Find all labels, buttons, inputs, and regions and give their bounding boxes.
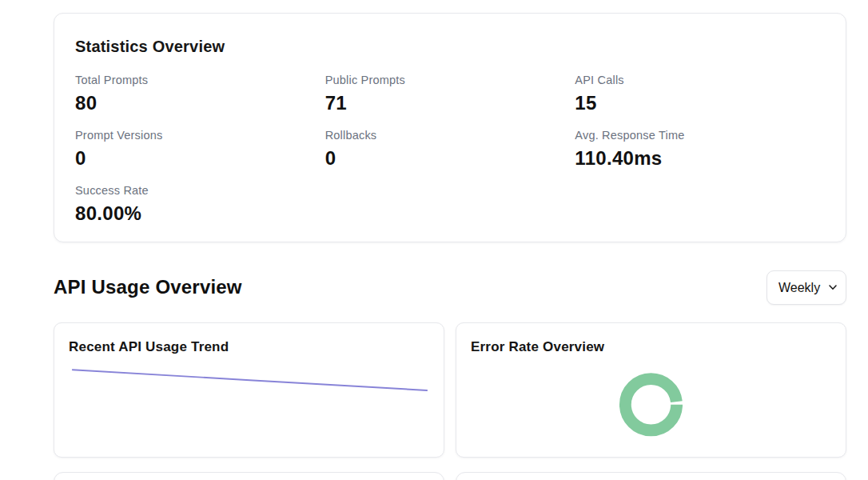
error-rate-overview-card: Error Rate Overview: [456, 322, 846, 458]
page-content: Statistics Overview Total Prompts 80 Pub…: [54, 0, 846, 480]
stat-total-prompts: Total Prompts 80: [75, 72, 325, 117]
stat-label: Public Prompts: [325, 72, 575, 88]
stat-avg-response-time: Avg. Response Time 110.40ms: [575, 127, 825, 172]
stat-label: Prompt Versions: [75, 127, 325, 143]
api-usage-trend-card: Recent API Usage Trend: [54, 322, 444, 458]
stat-prompt-versions: Prompt Versions 0: [75, 127, 325, 172]
stat-success-rate: Success Rate 80.00%: [75, 182, 325, 227]
stat-value: 110.40ms: [575, 145, 825, 172]
stat-rollbacks: Rollbacks 0: [325, 127, 575, 172]
partial-card-right: [456, 472, 846, 480]
period-select[interactable]: Weekly: [766, 270, 846, 305]
stats-grid: Total Prompts 80 Public Prompts 71 API C…: [75, 72, 825, 227]
section-title: API Usage Overview: [54, 276, 242, 298]
bottom-cards-row: [54, 472, 846, 480]
partial-card-left: [54, 472, 444, 480]
stat-api-calls: API Calls 15: [575, 72, 825, 117]
stat-value: 15: [575, 90, 825, 117]
stat-label: Rollbacks: [325, 127, 575, 143]
charts-row: Recent API Usage Trend Error Rate Overvi…: [54, 322, 846, 458]
stat-value: 0: [75, 145, 325, 172]
stat-value: 80: [75, 90, 325, 117]
stat-label: Avg. Response Time: [575, 127, 825, 143]
stat-value: 0: [325, 145, 575, 172]
stat-label: Total Prompts: [75, 72, 325, 88]
api-usage-section-header: API Usage Overview Weekly: [54, 270, 846, 305]
stat-value: 80.00%: [75, 200, 325, 227]
stat-public-prompts: Public Prompts 71: [325, 72, 575, 117]
period-select-wrap: Weekly: [766, 270, 846, 305]
stat-label: Success Rate: [75, 182, 325, 198]
stat-value: 71: [325, 90, 575, 117]
stats-card-title: Statistics Overview: [75, 38, 825, 56]
statistics-overview-card: Statistics Overview Total Prompts 80 Pub…: [54, 13, 846, 242]
api-usage-trend-line: [73, 370, 427, 390]
line-chart-title: Recent API Usage Trend: [54, 323, 444, 355]
error-rate-ring: [625, 379, 676, 430]
stat-label: API Calls: [575, 72, 825, 88]
donut-chart-title: Error Rate Overview: [456, 323, 846, 355]
